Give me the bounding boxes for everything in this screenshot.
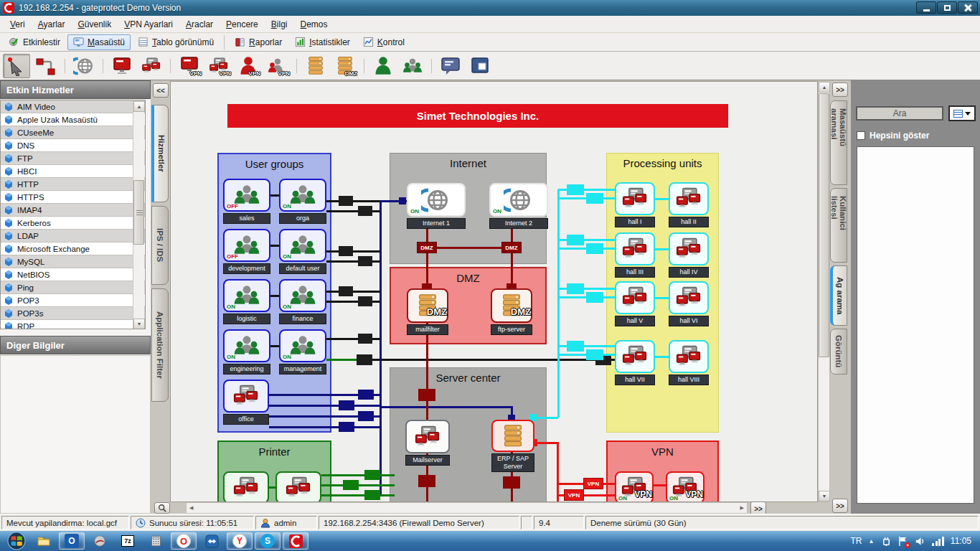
desktop-view-button[interactable]: Masaüstü — [67, 34, 131, 50]
node-vpn-2[interactable]: ONVPN — [666, 471, 705, 502]
table-view-button[interactable]: Tablo görünümü — [132, 34, 220, 50]
service-item[interactable]: HTTP — [1, 178, 145, 191]
menu-pencere[interactable]: Pencere — [220, 17, 264, 32]
scroll-left-arrow[interactable]: ◀ — [187, 505, 196, 511]
vpn-computer-group-button[interactable]: VPN — [205, 54, 232, 78]
network-canvas[interactable]: Simet Technologies Inc. User groups Inte… — [170, 81, 818, 502]
service-item[interactable]: LDAP — [1, 230, 145, 242]
search-results-list[interactable] — [857, 146, 974, 504]
node-hall-6[interactable]: hall VI — [669, 281, 709, 326]
scrollbar-thumb[interactable] — [133, 180, 144, 245]
taskbar-opera-button[interactable]: O — [171, 532, 197, 550]
message-monitor-button[interactable] — [437, 54, 464, 78]
taskbar-gateprotect-button[interactable] — [283, 532, 308, 550]
node-office[interactable]: office — [223, 380, 269, 425]
user-group-button[interactable] — [399, 54, 426, 78]
dmz-connector-badge[interactable]: DMZ — [501, 242, 522, 253]
scroll-up-arrow[interactable]: ▲ — [819, 82, 830, 93]
reports-button[interactable]: Raporlar — [229, 34, 288, 50]
taskbar-explorer-button[interactable] — [31, 532, 57, 550]
service-item[interactable]: POP3s — [1, 307, 145, 320]
taskbar-yandex-button[interactable]: Y — [227, 532, 253, 550]
hidden-icons-arrow[interactable]: ▲ — [868, 538, 874, 545]
scroll-up-arrow[interactable]: ▲ — [133, 101, 145, 112]
scrollbar-thumb[interactable] — [819, 93, 829, 357]
node-orga[interactable]: ON orga — [279, 179, 326, 224]
service-item[interactable]: MySQL — [1, 255, 145, 268]
control-button[interactable]: Kontrol — [357, 34, 410, 50]
service-item[interactable]: IMAP4 — [1, 204, 145, 217]
vpn-user-group-button[interactable]: VPN — [264, 54, 291, 78]
node-hall-3[interactable]: hall III — [615, 232, 655, 278]
server-button[interactable] — [302, 54, 329, 78]
clock[interactable]: 11:05 — [951, 536, 971, 546]
node-management[interactable]: ON management — [279, 329, 326, 375]
start-button[interactable] — [4, 532, 29, 550]
checkbox[interactable] — [857, 131, 865, 140]
tab-user-list[interactable]: Kullanici listesi — [830, 188, 847, 263]
taskbar-outlook-button[interactable]: O — [59, 532, 85, 550]
expand-right-panel-button[interactable]: >> — [832, 499, 848, 513]
service-item[interactable]: Kerberos — [1, 217, 145, 230]
service-item[interactable]: Microsoft Exchange — [1, 242, 145, 255]
tab-ips-ids[interactable]: IPS / IDS — [151, 206, 169, 285]
node-printer-2[interactable] — [275, 471, 321, 502]
menu-demos[interactable]: Demos — [294, 17, 333, 32]
search-input[interactable] — [856, 106, 943, 121]
vpn-computer-button[interactable]: VPN — [176, 54, 203, 78]
node-hall-1[interactable]: hall I — [615, 182, 655, 227]
tab-application-filter[interactable]: Application Filter — [151, 288, 169, 402]
menu-ayarlar[interactable]: Ayarlar — [32, 17, 71, 32]
service-item[interactable]: FTP — [1, 152, 145, 165]
collapse-panel-button[interactable]: << — [153, 83, 169, 98]
taskbar-money-button[interactable] — [87, 532, 113, 550]
scroll-down-arrow[interactable]: ▼ — [819, 491, 830, 501]
language-indicator[interactable]: TR — [850, 536, 862, 546]
node-erp-sap-server[interactable]: ERP / SAP Server — [491, 420, 534, 472]
node-sales[interactable]: OFF sales — [223, 179, 270, 224]
node-hall-7[interactable]: hall VII — [615, 340, 655, 385]
taskbar-skype-button[interactable]: S — [255, 532, 281, 550]
expand-right-panel-button[interactable]: >> — [832, 83, 848, 97]
service-item[interactable]: HTTPS — [1, 191, 145, 204]
tab-view[interactable]: Görüntü — [830, 329, 847, 375]
node-hall-4[interactable]: hall IV — [669, 232, 709, 278]
scroll-right-arrow[interactable]: ▶ — [738, 505, 747, 511]
canvas-horizontal-scrollbar[interactable]: ◀ ▶ — [186, 502, 748, 514]
volume-icon[interactable] — [915, 536, 925, 547]
connection-tool-button[interactable] — [32, 54, 60, 78]
tab-desktop-search[interactable]: Masaüstü aramasi — [830, 100, 847, 185]
taskbar-calculator-button[interactable] — [143, 532, 169, 550]
service-item[interactable]: DNS — [1, 139, 145, 152]
network-signal-icon[interactable] — [932, 537, 944, 546]
node-engineering[interactable]: ON engineering — [223, 329, 270, 375]
tab-hizmetler[interactable]: Hizmetler — [151, 105, 169, 202]
maximize-button[interactable] — [937, 1, 957, 14]
canvas-vertical-scrollbar[interactable]: ▲ ▼ — [818, 81, 830, 502]
vpn-connector-badge[interactable]: VPN — [583, 478, 603, 489]
activate-button[interactable]: Etkinlestir — [3, 34, 66, 50]
taskbar-7zip-button[interactable]: 7z — [115, 532, 141, 550]
power-plug-icon[interactable] — [880, 536, 891, 547]
node-hall-2[interactable]: hall II — [669, 182, 709, 227]
node-development[interactable]: OFF development — [223, 229, 270, 274]
window-view-button[interactable] — [466, 54, 494, 78]
service-item[interactable]: Ping — [1, 281, 145, 294]
select-cursor-button[interactable] — [3, 54, 30, 78]
service-item[interactable]: CUseeMe — [1, 126, 145, 139]
close-button[interactable] — [958, 1, 978, 14]
taskbar-teamviewer-button[interactable] — [199, 532, 225, 550]
services-scrollbar[interactable]: ▲ ▼ — [133, 101, 144, 329]
service-item[interactable]: AIM Video — [1, 100, 145, 113]
service-item[interactable]: POP3 — [1, 294, 145, 307]
action-center-flag-icon[interactable]: ✕ — [897, 536, 908, 547]
service-item[interactable]: NetBIOS — [1, 268, 145, 281]
node-ftp-server[interactable]: DMZ ftp-server — [491, 288, 532, 335]
scroll-down-arrow[interactable]: ▼ — [133, 319, 145, 329]
menu-bilgi[interactable]: Bilgi — [265, 17, 293, 32]
menu-araclar[interactable]: Araclar — [180, 17, 219, 32]
service-item[interactable]: HBCI — [1, 165, 145, 178]
computer-group-button[interactable] — [138, 54, 165, 78]
node-logistic[interactable]: ON logistic — [223, 279, 270, 324]
user-button[interactable] — [369, 54, 397, 78]
